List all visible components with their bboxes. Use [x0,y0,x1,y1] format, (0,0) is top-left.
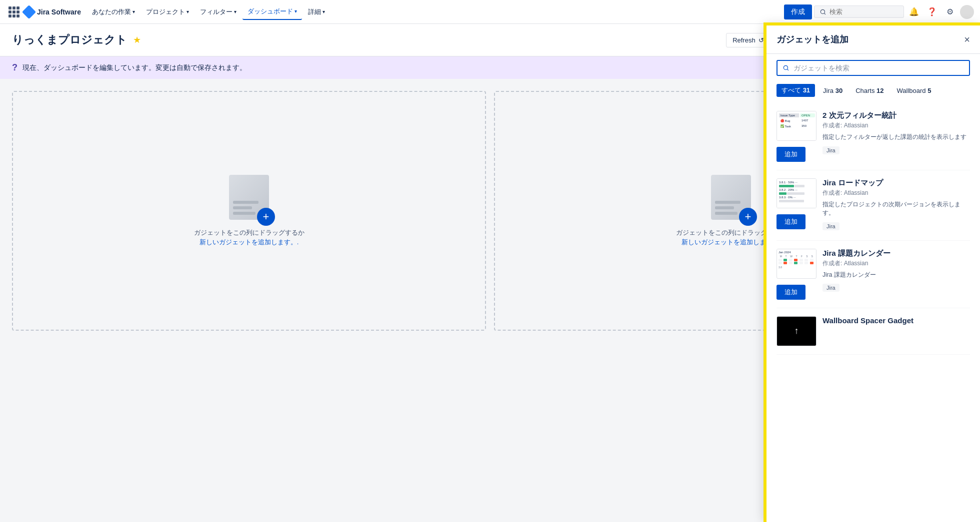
gadget-search-bar[interactable] [776,60,970,76]
add-gadget-col1-button[interactable]: + [257,208,275,226]
nav-dashboards[interactable]: ダッシュボード ▾ [242,4,302,20]
chevron-down-icon: ▾ [132,9,135,14]
gadget-info-calendar: Jira 課題カレンダー 作成者: Atlassian Jira 課題カレンダー… [822,249,970,300]
add-gadget-col2-button[interactable]: + [739,208,757,226]
gadget-search-icon [782,64,790,71]
gadget-info-roadmap: Jira ロードマップ 作成者: Atlassian 指定したプロジェクトの次期… [822,178,970,232]
gadget-author-2d-filter: 作成者: Atlassian [822,121,970,130]
apps-grid-button[interactable] [6,4,22,20]
gadget-name-2d-filter: 2 次元フィルター統計 [822,111,970,120]
gadget-thumbnail-wallboard: ↑ [776,316,816,346]
gadget-desc-2d-filter: 指定したフィルターが返した課題の統計を表示します [822,133,970,141]
gadget-tag-2d-filter: Jira [822,146,840,154]
gadget-search-input[interactable] [794,64,964,72]
gadget-item-roadmap: 3.8.1 · 50% ··· 3.8.2 · 20% ··· 3.8.3 · … [776,170,970,241]
help-icon[interactable]: ❓ [924,4,940,20]
doc-line [233,206,252,209]
jira-logo[interactable]: Jira Software [24,7,81,17]
gadget-info-wallboard: Wallboard Spacer Gadget [822,316,970,346]
jira-logo-text: Jira Software [37,8,81,16]
gadget-tag-roadmap: Jira [822,222,840,230]
column-drag-text-1: ガジェットをこの列にドラッグするか 新しいガジェットを追加します。. [194,228,304,247]
refresh-button[interactable]: Refresh ↺ [726,33,770,47]
filter-tab-wallboard[interactable]: Wallboard 5 [892,84,936,97]
refresh-icon: ↺ [758,36,764,44]
doc-line [715,201,740,204]
search-input[interactable] [830,8,894,15]
filter-tab-charts[interactable]: Charts 12 [850,84,888,97]
gadget-info-2d-filter: 2 次元フィルター統計 作成者: Atlassian 指定したフィルターが返した… [822,111,970,162]
gadget-item-wallboard-spacer: ↑ Wallboard Spacer Gadget [776,308,970,355]
gadget-panel-title: ガジェットを追加 [776,33,848,45]
close-gadget-panel-button[interactable]: × [964,34,970,45]
doc-line [715,212,738,215]
add-gadget-2d-filter-button[interactable]: 追加 [776,147,806,162]
nav-menu: あなたの作業 ▾ プロジェクト ▾ フィルター ▾ ダッシュボード ▾ 詳細 ▾ [87,4,330,20]
gadget-name-wallboard: Wallboard Spacer Gadget [822,316,970,325]
search-icon [820,8,826,15]
column-icon-1: + [229,175,269,220]
column-placeholder-1: + ガジェットをこの列にドラッグするか 新しいガジェットを追加します。. [194,175,304,247]
chevron-down-icon: ▾ [294,8,297,14]
gadget-author-calendar: 作成者: Atlassian [822,259,970,268]
gadget-name-roadmap: Jira ロードマップ [822,178,970,188]
nav-more[interactable]: 詳細 ▾ [303,4,330,19]
chevron-down-icon: ▾ [322,9,325,14]
info-icon: ? [12,62,18,73]
create-button[interactable]: 作成 [784,4,812,19]
gadget-panel: ガジェットを追加 × すべて 31 Jira 30 Charts 12 Wall… [765,24,980,522]
gadget-author-roadmap: 作成者: Atlassian [822,189,970,197]
top-navigation: Jira Software あなたの作業 ▾ プロジェクト ▾ フィルター ▾ … [0,0,980,24]
page-title: りっくまプロジェクト [12,32,127,47]
avatar[interactable] [960,5,974,19]
doc-line [233,201,258,204]
gadget-name-calendar: Jira 課題カレンダー [822,249,970,258]
nav-projects[interactable]: プロジェクト ▾ [141,4,194,19]
gadget-list: Issue Type OPEN 🔴 Bug 1407 ✅ Task 350 [766,103,980,522]
nav-my-work[interactable]: あなたの作業 ▾ [87,4,140,19]
favorite-star-icon[interactable]: ★ [133,34,141,45]
add-gadget-roadmap-button[interactable]: 追加 [776,214,806,229]
gadget-desc-roadmap: 指定したプロジェクトの次期バージョンを表示します。 [822,200,970,217]
search-bar[interactable] [814,5,904,18]
nav-filters[interactable]: フィルター ▾ [195,4,242,19]
add-gadget-calendar-button[interactable]: 追加 [776,285,806,300]
gadget-tag-calendar: Jira [822,284,840,292]
info-message: 現在、ダッシュボードを編集しています。変更は自動で保存されます。 [22,63,246,72]
gadget-item-calendar: Jan 2024 M T W T F S S [776,241,970,308]
filter-tab-all[interactable]: すべて 31 [776,84,815,97]
gadget-item-2d-filter: Issue Type OPEN 🔴 Bug 1407 ✅ Task 350 [776,103,970,170]
notifications-icon[interactable]: 🔔 [906,4,922,20]
chevron-down-icon: ▾ [186,9,189,14]
settings-icon[interactable]: ⚙ [942,4,958,20]
dashboard-column-1: + ガジェットをこの列にドラッグするか 新しいガジェットを追加します。. [12,91,486,331]
filter-tabs: すべて 31 Jira 30 Charts 12 Wallboard 5 [766,82,980,103]
gadget-desc-calendar: Jira 課題カレンダー [822,271,970,279]
add-gadget-link-1[interactable]: 新しいガジェットを追加します。. [200,238,299,246]
column-icon-2: + [711,175,751,220]
gadget-thumbnail-roadmap: 3.8.1 · 50% ··· 3.8.2 · 20% ··· 3.8.3 · … [776,178,816,208]
gadget-thumbnail-2d-filter: Issue Type OPEN 🔴 Bug 1407 ✅ Task 350 [776,111,816,141]
gadget-panel-header: ガジェットを追加 × [766,25,980,54]
doc-line [233,212,256,215]
jira-diamond-icon [22,4,36,18]
doc-line [715,206,734,209]
gadget-thumbnail-calendar: Jan 2024 M T W T F S S [776,249,816,279]
filter-tab-jira[interactable]: Jira 30 [818,84,848,97]
chevron-down-icon: ▾ [234,9,236,14]
